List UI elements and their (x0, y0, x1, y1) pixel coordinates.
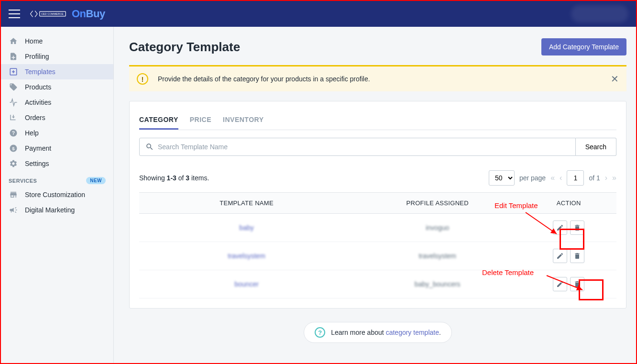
sidebar-services-header: SERVICES NEW (1, 171, 113, 187)
learn-more-pill: ? Learn more about category template. (304, 322, 452, 343)
col-action: ACTION (521, 193, 616, 214)
pager-last[interactable]: » (612, 174, 616, 182)
tab-category[interactable]: CATEGORY (139, 111, 178, 130)
alert-text: Provide the details of the category for … (158, 75, 370, 83)
question-icon: ? (315, 327, 325, 338)
pager: 50 per page « ‹ of 1 › » (489, 170, 616, 186)
page-of-label: of 1 (589, 174, 600, 182)
nav-products[interactable]: Products (1, 79, 113, 95)
topbar: CED COMMERCE OnBuy (1, 1, 636, 27)
svg-text:?: ? (12, 130, 15, 136)
profile-assigned: invoguo (426, 224, 449, 232)
templates-icon (9, 67, 18, 77)
settings-icon (9, 159, 18, 168)
alert-close[interactable]: ✕ (611, 73, 619, 85)
nav-store-customization[interactable]: Store Customization (1, 187, 113, 202)
col-profile-assigned: PROFILE ASSIGNED (354, 193, 521, 214)
nav-help[interactable]: ?Help (1, 125, 113, 141)
delete-button[interactable] (570, 221, 584, 235)
user-avatar[interactable] (571, 5, 628, 22)
edit-button[interactable] (553, 249, 567, 263)
page-input[interactable] (567, 170, 584, 186)
col-template-name: TEMPLATE NAME (139, 193, 354, 214)
learn-more-text: Learn more about (331, 329, 384, 336)
svg-text:$: $ (12, 146, 15, 151)
tabs: CATEGORY PRICE INVENTORY (139, 111, 616, 130)
nav-settings[interactable]: Settings (1, 156, 113, 171)
search-button[interactable]: Search (576, 138, 616, 156)
alert-icon: ! (137, 73, 148, 85)
table-row: travelsystemtravelsystem (139, 242, 616, 270)
marketing-icon (9, 205, 18, 215)
pager-next[interactable]: › (605, 174, 607, 182)
learn-more-link[interactable]: category template (386, 329, 439, 336)
svg-text:CED COMMERCE: CED COMMERCE (41, 12, 64, 15)
orders-icon (9, 113, 18, 122)
products-icon (9, 82, 18, 92)
activities-icon (9, 98, 18, 107)
profile-assigned: travelsystem (418, 252, 456, 260)
nav-home[interactable]: Home (1, 33, 113, 49)
template-card: CATEGORY PRICE INVENTORY Search Showing … (129, 101, 626, 309)
search-icon (145, 143, 154, 151)
table-row: bouncerbaby_bouncers (139, 270, 616, 298)
ced-commerce-logo: CED COMMERCE (30, 8, 68, 20)
onbuy-logo: OnBuy (72, 8, 105, 20)
info-alert: ! Provide the details of the category fo… (129, 65, 626, 91)
help-icon: ? (9, 128, 18, 138)
page-title: Category Template (129, 40, 240, 55)
nav-orders[interactable]: Orders (1, 110, 113, 125)
nav-templates[interactable]: Templates (1, 64, 113, 79)
delete-button[interactable] (570, 249, 584, 263)
edit-button[interactable] (553, 221, 567, 235)
template-name-link[interactable]: travelsystem (228, 252, 265, 260)
nav-activities[interactable]: Activities (1, 95, 113, 110)
nav-digital-marketing[interactable]: Digital Marketing (1, 202, 113, 218)
tab-price[interactable]: PRICE (190, 111, 211, 130)
table-row: babyinvoguo (139, 214, 616, 242)
template-name-link[interactable]: baby (239, 224, 253, 232)
edit-button[interactable] (553, 277, 567, 291)
result-count: Showing 1-3 of 3 items. (139, 174, 209, 182)
per-page-select[interactable]: 50 (489, 170, 515, 186)
search-box (139, 138, 576, 156)
pager-first[interactable]: « (550, 174, 555, 182)
sidebar: Home Profiling Templates Products Activi… (1, 27, 114, 363)
menu-toggle[interactable] (9, 10, 20, 18)
search-input[interactable] (158, 143, 570, 151)
payment-icon: $ (9, 143, 18, 153)
add-category-template-button[interactable]: Add Category Template (541, 38, 626, 55)
nav-payment[interactable]: $Payment (1, 141, 113, 156)
store-icon (9, 190, 18, 199)
pager-prev[interactable]: ‹ (560, 174, 562, 182)
per-page-label: per page (519, 174, 546, 182)
template-name-link[interactable]: bouncer (234, 280, 259, 288)
main-content: Category Template Add Category Template … (114, 27, 636, 363)
template-table: TEMPLATE NAME PROFILE ASSIGNED ACTION ba… (139, 192, 616, 298)
profile-assigned: baby_bouncers (415, 280, 461, 288)
delete-button[interactable] (570, 277, 584, 291)
tab-inventory[interactable]: INVENTORY (223, 111, 264, 130)
new-badge: NEW (86, 177, 106, 184)
profiling-icon (9, 52, 18, 61)
home-icon (9, 36, 18, 46)
nav-profiling[interactable]: Profiling (1, 49, 113, 64)
